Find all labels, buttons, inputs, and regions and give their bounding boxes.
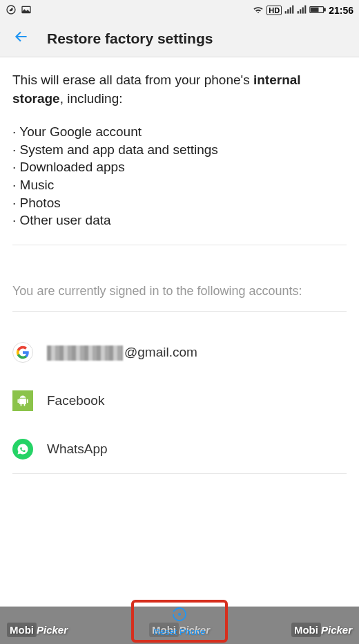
svg-rect-12: [311, 8, 318, 11]
erase-item: · Music: [12, 176, 347, 194]
status-time: 21:56: [329, 5, 353, 16]
android-icon: [12, 390, 33, 411]
erase-list: · Your Google account · System and app d…: [12, 123, 347, 245]
account-label: WhatsApp: [47, 442, 108, 457]
svg-rect-6: [298, 11, 299, 14]
svg-rect-7: [300, 9, 301, 13]
svg-rect-4: [290, 7, 291, 13]
erase-item: · Photos: [12, 194, 347, 212]
svg-point-13: [179, 613, 180, 614]
account-label: Facebook: [47, 393, 104, 408]
back-arrow-icon[interactable]: [12, 28, 30, 50]
watermark: MobiPicker: [7, 624, 68, 636]
warning-text: This will erase all data from your phone…: [12, 71, 347, 108]
account-item-facebook[interactable]: Facebook: [12, 377, 347, 425]
account-label: @gmail.com: [47, 345, 197, 361]
reset-phone-button[interactable]: Reset Phone: [131, 600, 228, 643]
whatsapp-icon: [12, 439, 33, 460]
account-item-whatsapp[interactable]: WhatsApp: [12, 425, 347, 473]
status-bar: HD 21:56: [0, 0, 359, 21]
reset-icon: [171, 606, 188, 625]
account-list: @gmail.com Facebook WhatsApp: [12, 328, 347, 474]
battery-icon: [309, 5, 326, 17]
signal-icon-1: [284, 5, 294, 17]
reset-label: Reset Phone: [153, 627, 205, 637]
account-item-google[interactable]: @gmail.com: [12, 328, 347, 377]
erase-item: · Other user data: [12, 211, 347, 229]
hd-icon: HD: [266, 6, 282, 15]
erase-item: · System and app data and settings: [12, 141, 347, 159]
svg-rect-2: [285, 11, 287, 14]
main-content: This will erase all data from your phone…: [0, 57, 359, 474]
erase-item: · Downloaded apps: [12, 158, 347, 176]
watermark: MobiPicker: [291, 624, 352, 636]
svg-rect-11: [324, 8, 326, 10]
page-title: Restore factory settings: [47, 30, 213, 47]
signal-icon-2: [297, 5, 307, 17]
svg-rect-9: [304, 5, 306, 13]
whatsapp-status-icon: [6, 4, 17, 17]
erase-item: · Your Google account: [12, 123, 347, 141]
google-icon: [12, 342, 33, 363]
image-status-icon: [21, 4, 32, 17]
header: Restore factory settings: [0, 21, 359, 57]
wifi-icon: [253, 5, 264, 17]
signed-in-text: You are currently signed in to the follo…: [12, 284, 347, 312]
svg-rect-5: [292, 5, 293, 13]
svg-rect-3: [287, 9, 289, 13]
obscured-text: [47, 345, 123, 361]
svg-rect-8: [302, 7, 304, 13]
